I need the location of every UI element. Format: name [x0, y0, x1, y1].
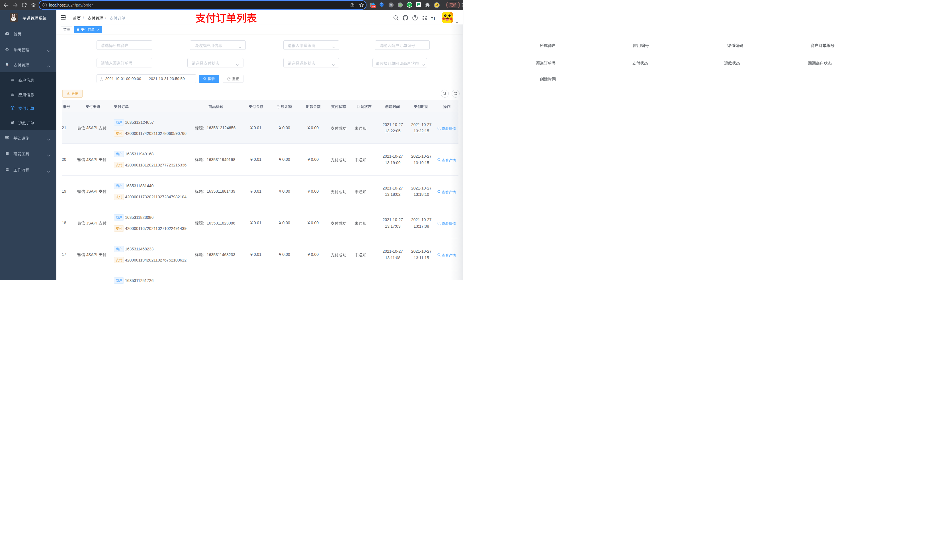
svg-text:y: y [408, 3, 410, 7]
svg-text:⌘: ⌘ [390, 3, 393, 6]
